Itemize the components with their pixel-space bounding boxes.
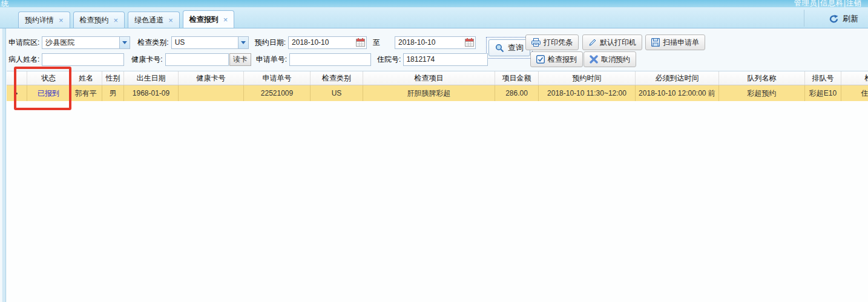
calendar-icon[interactable] [463, 37, 475, 48]
col-birth-date[interactable]: 出生日期 [124, 71, 179, 85]
default-printer-label: 默认打印机 [600, 38, 636, 48]
close-icon[interactable]: × [59, 16, 64, 25]
titlebar: 统 管理员|信息科|注销 [0, 0, 868, 7]
checkbox-icon [536, 55, 545, 64]
refresh-button[interactable]: 刷新 [829, 12, 858, 25]
date-from-value: 2018-10-10 [289, 38, 354, 47]
default-printer-button[interactable]: 默认打印机 [582, 34, 642, 50]
col-clipped[interactable]: 检 [841, 71, 868, 85]
cell-gender: 男 [102, 85, 124, 101]
cell-appt-time: 2018-10-10 11:30~12:00 [539, 85, 636, 101]
col-exam-item[interactable]: 检查项目 [363, 71, 495, 85]
exam-type-select[interactable]: US [171, 36, 249, 49]
health-card-input[interactable] [165, 53, 229, 66]
date-to-value: 2018-10-10 [395, 38, 463, 47]
cell-amount: 286.00 [495, 85, 539, 101]
col-health-card[interactable]: 健康卡号 [179, 71, 244, 85]
close-icon[interactable]: × [168, 16, 173, 25]
calendar-icon[interactable] [354, 37, 366, 48]
collapsed-side-strip[interactable] [2, 28, 6, 302]
appt-date-label: 预约日期: [255, 38, 286, 48]
cell-queue-no: 彩超E10 [805, 85, 841, 101]
cell-name: 郭有平 [70, 85, 102, 101]
inpatient-no-label: 住院号: [377, 54, 401, 65]
col-queue-name[interactable]: 队列名称 [719, 71, 805, 85]
row-indicator-header [7, 71, 27, 85]
col-queue-no[interactable]: 排队号 [805, 71, 841, 85]
cell-health-card [179, 85, 244, 101]
col-appt-time[interactable]: 预约时间 [539, 71, 636, 85]
content-panel: 申请院区: 沙县医院 检查类别: US 预约日期: 2018-10-10 [0, 28, 868, 302]
print-slip-label: 打印凭条 [544, 38, 573, 48]
printer-icon [531, 38, 541, 47]
chevron-down-icon[interactable] [119, 37, 130, 48]
titlebar-partial-text: 统 [1, 0, 8, 7]
refresh-icon [829, 15, 839, 24]
row-indicator-cell [7, 85, 27, 101]
search-icon [495, 44, 504, 53]
date-to-label: 至 [373, 38, 380, 48]
cancel-x-icon [590, 55, 598, 64]
filter-row-2: 病人姓名: 健康卡号: 读卡 申请单号: 住院号: [8, 53, 488, 66]
cancel-appointment-label: 取消预约 [601, 54, 630, 65]
tab-label: 检查预约 [80, 15, 109, 25]
col-arrive-by[interactable]: 必须到达时间 [636, 71, 719, 85]
table-row[interactable]: 已报到 郭有平 男 1968-01-09 22521009 US 肝胆胰脾彩超 … [7, 85, 868, 101]
cancel-appointment-button[interactable]: 取消预约 [584, 51, 636, 67]
tab-label: 检查报到 [189, 15, 219, 25]
col-name[interactable]: 姓名 [70, 71, 102, 85]
hospital-value: 沙县医院 [42, 38, 119, 48]
close-icon[interactable]: × [223, 15, 228, 24]
results-table: 状态 姓名 性别 出生日期 健康卡号 申请单号 检查类别 检查项目 项目金额 预… [7, 71, 868, 302]
check-in-label: 检查报到 [548, 54, 577, 65]
exam-type-label: 检查类别: [137, 38, 168, 48]
check-in-button[interactable]: 检查报到 [530, 51, 583, 67]
patient-name-input[interactable] [42, 53, 124, 66]
apply-no-label: 申请单号: [256, 54, 287, 65]
hospital-select[interactable]: 沙县医院 [42, 36, 130, 49]
scan-icon [651, 38, 660, 47]
tab-green-channel[interactable]: 绿色通道 × [128, 11, 180, 28]
filter-row-1: 申请院区: 沙县医院 检查类别: US 预约日期: 2018-10-10 [8, 36, 476, 49]
tab-label: 绿色通道 [134, 15, 163, 25]
cell-clipped: 住院 [841, 85, 868, 101]
col-exam-type[interactable]: 检查类别 [311, 71, 363, 85]
cell-arrive-by: 2018-10-10 12:00:00 前 [636, 85, 719, 101]
pencil-icon [588, 38, 597, 47]
tab-exam-checkin[interactable]: 检查报到 × [183, 10, 235, 28]
cell-queue-name: 彩超预约 [719, 85, 805, 101]
cell-exam-type: US [311, 85, 363, 101]
scan-form-button[interactable]: 扫描申请单 [645, 34, 705, 50]
tab-bar: 预约详情 × 检查预约 × 绿色通道 × 检查报到 × [0, 7, 868, 28]
health-card-label: 健康卡号: [131, 54, 162, 65]
query-label: 查询 [508, 42, 524, 53]
cell-status: 已报到 [27, 85, 70, 101]
row-marker-dot [16, 93, 18, 94]
apply-no-input[interactable] [289, 53, 371, 66]
date-from-field[interactable]: 2018-10-10 [288, 36, 367, 49]
tab-appointment-detail[interactable]: 预约详情 × [18, 11, 70, 28]
query-button[interactable]: 查询 [488, 39, 530, 56]
scan-form-label: 扫描申请单 [663, 38, 699, 48]
table-header-row: 状态 姓名 性别 出生日期 健康卡号 申请单号 检查类别 检查项目 项目金额 预… [7, 71, 868, 85]
col-amount[interactable]: 项目金额 [495, 71, 539, 85]
tab-label: 预约详情 [25, 15, 54, 25]
col-status[interactable]: 状态 [27, 71, 70, 85]
col-gender[interactable]: 性别 [102, 71, 124, 85]
col-apply-no[interactable]: 申请单号 [244, 71, 311, 85]
cell-birth-date: 1968-01-09 [124, 85, 179, 101]
patient-name-label: 病人姓名: [8, 54, 39, 65]
refresh-label: 刷新 [843, 13, 858, 24]
chevron-down-icon[interactable] [238, 37, 248, 48]
close-icon[interactable]: × [114, 16, 119, 25]
read-card-button[interactable]: 读卡 [229, 53, 251, 66]
date-to-field[interactable]: 2018-10-10 [395, 36, 476, 49]
exam-type-value: US [172, 38, 238, 47]
user-session-links[interactable]: 管理员|信息科|注销 [794, 0, 862, 7]
divider [804, 10, 804, 27]
print-slip-button[interactable]: 打印凭条 [525, 34, 579, 50]
inpatient-no-input[interactable] [403, 53, 488, 66]
tabs: 预约详情 × 检查预约 × 绿色通道 × 检查报到 × [18, 10, 234, 28]
hospital-label: 申请院区: [8, 38, 39, 48]
tab-exam-appointment[interactable]: 检查预约 × [73, 11, 125, 28]
